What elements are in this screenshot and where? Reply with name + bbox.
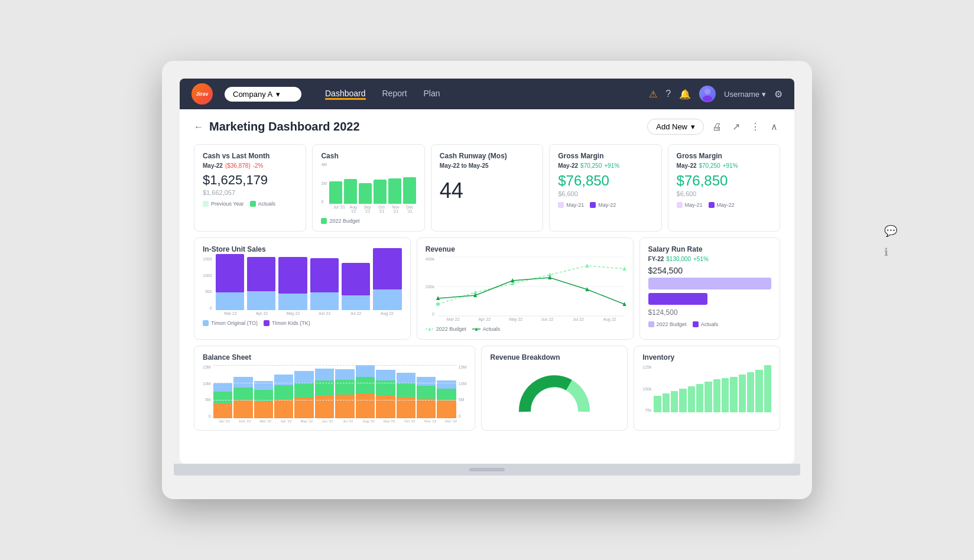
navbar: Jirav Company A ▾ Dashboard Report Plan … [180,79,794,109]
revenue-breakdown-card: Revenue Breakdown [481,346,628,431]
big-value: $1,625,179 [203,172,297,188]
settings-icon[interactable]: ⚙ [774,89,783,100]
svg-marker-10 [622,266,626,271]
collapse-icon[interactable]: ∧ [768,119,780,135]
print-icon[interactable]: 🖨 [710,119,724,135]
legend: Previous Year Actuals [203,201,297,207]
main-content: ← Marketing Dashboard 2022 Add New ▾ 🖨 ↗… [180,109,794,464]
svg-point-0 [704,89,710,95]
bell-icon[interactable]: 🔔 [679,89,691,100]
sub-value: $6,600 [558,190,652,197]
nav-dashboard[interactable]: Dashboard [325,89,366,100]
legend: 2022 Budget Actuals [648,321,771,327]
card-title: Cash Runway (Mos) [440,152,534,160]
card-title: Balance Sheet [203,353,466,362]
logo: Jirav [191,83,213,105]
avatar [699,86,716,102]
sub-value: $6,600 [677,190,771,197]
add-new-button[interactable]: Add New ▾ [647,119,704,135]
card-title: Salary Run Rate [648,245,771,253]
sub-value: $1,662,057 [203,189,297,196]
page-title: Marketing Dashboard 2022 [209,120,360,134]
svg-point-5 [436,302,440,306]
legend: Timon Original (TO) Timon Kids (TK) [203,320,402,326]
back-button[interactable]: ← [194,122,203,132]
nav-report[interactable]: Report [382,89,407,100]
gross-margin-1-card: Gross Margin May-22 $70,250 +91% $76,850… [549,144,661,232]
company-selector[interactable]: Company A ▾ [225,87,301,102]
card-title: In-Store Unit Sales [203,245,402,253]
row3-cards: Balance Sheet 15M10M5M0 [194,346,780,431]
legend: 2022 Budget [321,218,415,224]
card-title: Cash vs Last Month [203,152,297,160]
legend: May-21 May-22 [558,202,652,208]
card-title: Revenue Breakdown [490,353,619,362]
more-options-icon[interactable]: ⋮ [748,119,762,135]
card-title: Gross Margin [677,152,771,160]
big-value: $76,850 [558,172,652,189]
instore-sales-card: In-Store Unit Sales 150010005000 [194,237,411,340]
nav-links: Dashboard Report Plan [325,89,440,100]
card-title: Cash [321,152,415,160]
cash-card: Cash 4M2M0 [312,144,424,232]
warning-icon[interactable]: ⚠ [649,89,657,100]
salary-run-rate-card: Salary Run Rate FY-22 $130,000 +51% $254… [639,237,780,340]
card-title: Inventory [642,353,771,362]
big-value: 44 [440,178,534,203]
card-meta: May-22 ($36,878) -2% [203,162,297,169]
help-icon[interactable]: ? [665,89,671,99]
share-icon[interactable]: ↗ [730,119,742,135]
kpi-cards-row: Cash vs Last Month May-22 ($36,878) -2% … [194,144,780,232]
page-header: ← Marketing Dashboard 2022 Add New ▾ 🖨 ↗… [194,119,780,135]
nav-plan[interactable]: Plan [424,89,440,100]
legend: May-21 May-22 [677,202,771,208]
svg-marker-9 [585,263,589,268]
legend: 2022 Budget Actuals [426,326,625,332]
revenue-card: Revenue 400k200k0 [417,237,634,340]
inventory-card: Inventory 125k100k75k [634,346,780,431]
cash-runway-card: Cash Runway (Mos) May-22 to May-25 44 [431,144,543,232]
balance-sheet-card: Balance Sheet 15M10M5M0 [194,346,475,431]
big-value: $76,850 [677,172,771,189]
cash-vs-last-month-card: Cash vs Last Month May-22 ($36,878) -2% … [194,144,306,232]
svg-point-1 [703,96,712,102]
username-button[interactable]: Username ▾ [724,90,766,99]
row2-cards: In-Store Unit Sales 150010005000 [194,237,780,340]
nav-right: ⚠ ? 🔔 Username ▾ ⚙ [649,86,783,102]
gross-margin-2-card: Gross Margin May-22 $70,250 +91% $76,850… [668,144,780,232]
card-title: Revenue [426,245,625,253]
card-title: Gross Margin [558,152,652,160]
